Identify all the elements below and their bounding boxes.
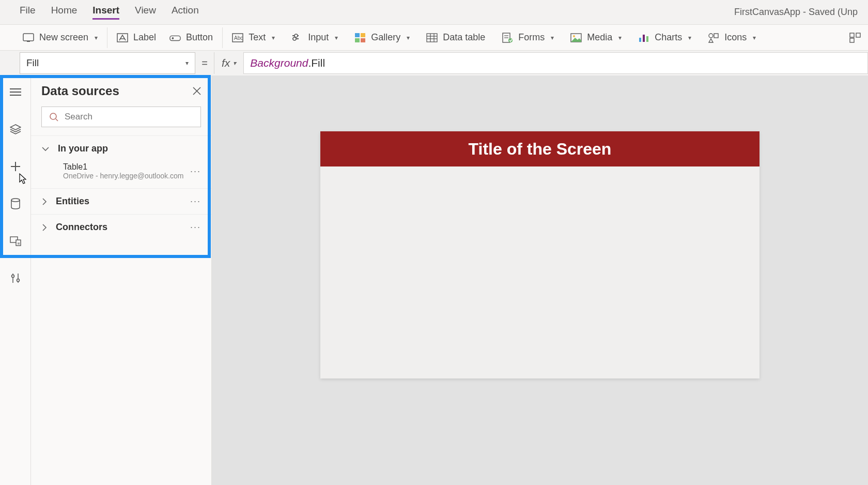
input-label: Input — [308, 32, 329, 43]
charts-button[interactable]: Charts ▾ — [638, 32, 691, 43]
new-screen-button[interactable]: New screen ▾ — [23, 32, 98, 43]
svg-rect-15 — [361, 38, 365, 42]
menu-bar: File Home Insert View Action FirstCanvas… — [0, 0, 868, 25]
menu-action[interactable]: Action — [172, 5, 199, 20]
equals-label: = — [195, 57, 214, 69]
formula-property: Fill — [311, 57, 325, 69]
forms-button[interactable]: Forms ▾ — [502, 32, 554, 43]
section-more-button[interactable]: ··· — [190, 222, 201, 233]
canvas-screen[interactable]: Title of the Screen — [320, 131, 760, 378]
icons-button[interactable]: Icons ▾ — [708, 32, 756, 43]
label-label: Label — [133, 32, 156, 43]
text-button[interactable]: Abc Text ▾ — [232, 32, 275, 43]
chevron-down-icon: ▾ — [335, 34, 338, 41]
property-selector[interactable]: Fill ▾ — [20, 52, 195, 74]
close-panel-button[interactable] — [193, 87, 201, 95]
icons-label: Icons — [724, 32, 747, 43]
section-more-button[interactable]: ··· — [190, 196, 201, 207]
data-source-subtitle: OneDrive - henry.legge@outlook.com — [63, 172, 190, 180]
rail-media[interactable] — [5, 231, 26, 251]
svg-rect-12 — [355, 33, 360, 37]
svg-point-49 — [50, 113, 56, 119]
chevron-down-icon: ▾ — [618, 34, 622, 41]
data-table-button[interactable]: Data table — [426, 32, 485, 43]
rail-advanced[interactable] — [5, 268, 26, 289]
chevron-down-icon: ▾ — [233, 59, 236, 67]
section-connectors[interactable]: Connectors ··· — [31, 215, 211, 240]
chevron-down-icon: ▾ — [272, 34, 275, 41]
section-title: Connectors — [56, 222, 107, 233]
button-label: Button — [186, 32, 213, 43]
menu-tabs: File Home Insert View Action — [20, 5, 199, 20]
rail-data[interactable] — [5, 193, 26, 214]
search-icon — [49, 112, 58, 122]
label-button[interactable]: Label — [117, 32, 156, 43]
media-button[interactable]: Media ▾ — [570, 32, 622, 43]
svg-point-45 — [11, 275, 14, 278]
data-table-label: Data table — [443, 32, 485, 43]
body-area: Data sources In your app Table1 OneDrive — [0, 75, 868, 485]
formula-bar: Fill ▾ = fx ▾ Background.Fill — [0, 51, 868, 75]
chevron-right-icon — [41, 223, 48, 232]
canvas-area[interactable]: Title of the Screen — [212, 75, 868, 485]
svg-point-40 — [11, 199, 20, 202]
panel-title: Data sources — [41, 84, 119, 98]
tools-icon — [10, 272, 21, 284]
chevron-down-icon — [41, 146, 50, 152]
svg-rect-28 — [643, 35, 645, 42]
svg-rect-0 — [23, 34, 34, 41]
screen-title-bar[interactable]: Title of the Screen — [320, 131, 760, 166]
input-icon — [291, 32, 303, 43]
formula-input[interactable]: Background.Fill — [244, 52, 868, 74]
components-button[interactable] — [849, 32, 861, 43]
left-rail — [0, 75, 31, 485]
svg-rect-4 — [170, 36, 180, 40]
search-input[interactable] — [65, 112, 193, 122]
formula-identifier: Background — [250, 57, 308, 69]
forms-label: Forms — [518, 32, 545, 43]
svg-rect-29 — [646, 36, 648, 42]
ribbon: New screen ▾ Label Button Abc Text ▾ — [0, 25, 868, 51]
section-in-your-app[interactable]: In your app — [31, 136, 211, 161]
svg-point-11 — [293, 37, 296, 40]
svg-point-26 — [573, 35, 575, 37]
charts-icon — [638, 32, 649, 43]
data-source-name: Table1 — [63, 162, 190, 172]
close-icon — [193, 87, 201, 95]
devices-icon — [10, 236, 21, 246]
forms-icon — [502, 32, 513, 43]
fx-button[interactable]: fx ▾ — [214, 52, 244, 74]
menu-file[interactable]: File — [20, 5, 36, 20]
new-screen-label: New screen — [39, 32, 88, 43]
svg-rect-13 — [361, 33, 365, 37]
menu-view[interactable]: View — [135, 5, 156, 20]
button-button[interactable]: Button — [169, 32, 213, 43]
charts-label: Charts — [655, 32, 682, 43]
icons-icon — [708, 32, 719, 43]
svg-rect-1 — [27, 41, 30, 42]
search-box[interactable] — [41, 107, 201, 127]
app-title: FirstCanvasApp - Saved (Unp — [734, 7, 858, 18]
media-icon — [570, 32, 582, 43]
menu-insert[interactable]: Insert — [92, 5, 119, 20]
svg-rect-33 — [856, 33, 860, 37]
rail-insert[interactable] — [5, 156, 26, 177]
chevron-down-icon: ▾ — [407, 34, 410, 41]
rail-tree-view[interactable] — [5, 119, 26, 140]
ribbon-divider — [107, 27, 107, 48]
text-label: Text — [249, 32, 266, 43]
chevron-right-icon — [41, 198, 48, 206]
input-button[interactable]: Input ▾ — [291, 32, 338, 43]
gallery-button[interactable]: Gallery ▾ — [354, 32, 410, 43]
item-more-button[interactable]: ··· — [190, 166, 201, 177]
data-sources-panel: Data sources In your app Table1 OneDrive — [31, 75, 212, 485]
section-title: In your app — [58, 143, 108, 154]
menu-home[interactable]: Home — [51, 5, 78, 20]
data-source-item[interactable]: Table1 OneDrive - henry.legge@outlook.co… — [31, 161, 211, 188]
section-entities[interactable]: Entities ··· — [31, 189, 211, 214]
rail-hamburger[interactable] — [5, 82, 26, 102]
svg-rect-16 — [427, 34, 437, 42]
chevron-down-icon: ▾ — [688, 34, 691, 41]
components-icon — [849, 32, 861, 43]
data-table-icon — [426, 32, 438, 43]
